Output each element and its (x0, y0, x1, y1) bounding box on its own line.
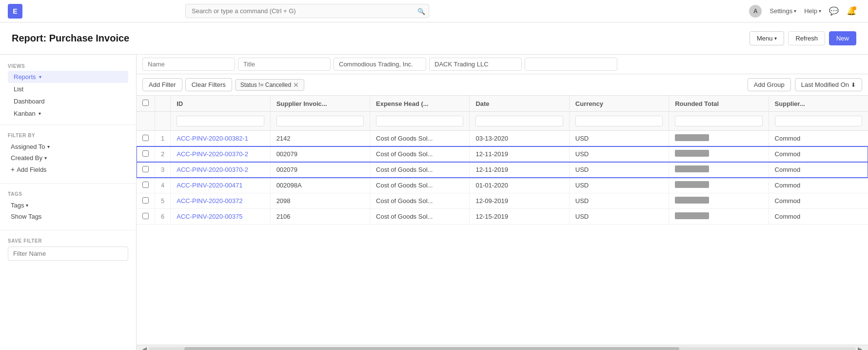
kanban-chevron-icon: ▾ (39, 111, 41, 116)
refresh-label: Refresh (795, 35, 818, 42)
sort-button[interactable]: Last Modified On ⬇ (795, 78, 862, 91)
tags-section-label: TAGS (8, 191, 128, 197)
total-filter-input[interactable] (675, 116, 762, 126)
sidebar: VIEWS Reports ▾ List Dashboard Kanban ▾ … (0, 55, 137, 350)
help-nav[interactable]: Help ▾ (804, 7, 821, 15)
chat-icon: 💬 (829, 6, 839, 16)
row-checkbox[interactable] (142, 213, 149, 219)
title-filter-input[interactable] (238, 58, 331, 71)
notification-icon-wrap[interactable]: 🔔 (847, 6, 860, 16)
tags-section: TAGS Tags ▾ Show Tags (0, 187, 136, 226)
sidebar-show-tags[interactable]: Show Tags (8, 211, 128, 222)
currency-filter-input[interactable] (575, 116, 663, 126)
header-expense-head[interactable]: Expense Head (... (370, 96, 470, 112)
table-row[interactable]: 3 ACC-PINV-2020-00370-2 002079 Cost of G… (137, 162, 868, 178)
row-supplier: Commod (769, 131, 868, 146)
assigned-to-label: Assigned To (11, 143, 45, 150)
help-chevron-icon: ▾ (819, 8, 821, 14)
name-filter-input[interactable] (142, 58, 235, 71)
row-supplier-invoice: 002079 (270, 146, 370, 162)
table-header-row: ID Supplier Invoic... Expense Head (... … (137, 96, 868, 112)
table-row[interactable]: 4 ACC-PINV-2020-00471 002098A Cost of Go… (137, 178, 868, 193)
row-id: ACC-PINV-2020-00370-2 (171, 162, 270, 178)
header-id[interactable]: ID (171, 96, 270, 112)
refresh-button[interactable]: Refresh (788, 31, 825, 45)
menu-chevron-icon: ▾ (774, 36, 777, 41)
new-button[interactable]: New (829, 31, 856, 45)
row-supplier-invoice: 2106 (270, 209, 370, 225)
row-id: ACC-PINV-2020-00471 (171, 178, 270, 193)
add-group-button[interactable]: Add Group (748, 78, 791, 91)
extra-filter-input[interactable] (525, 58, 617, 71)
sidebar-tags-item[interactable]: Tags ▾ (8, 200, 128, 211)
search-input[interactable] (185, 4, 429, 18)
filter-tag-close-icon[interactable]: ✕ (293, 82, 299, 88)
menu-button[interactable]: Menu ▾ (750, 31, 785, 45)
plus-icon: + (11, 165, 15, 173)
select-all-checkbox[interactable] (142, 100, 149, 106)
table-row[interactable]: 1 ACC-PINV-2020-00382-1 2142 Cost of Goo… (137, 131, 868, 146)
row-rounded-total (669, 146, 769, 162)
sidebar-item-dashboard[interactable]: Dashboard (8, 95, 128, 107)
sidebar-item-reports[interactable]: Reports ▾ (8, 71, 128, 83)
row-checkbox[interactable] (142, 166, 149, 172)
header-date[interactable]: Date (470, 96, 569, 112)
row-checkbox[interactable] (142, 150, 149, 157)
sidebar-item-kanban[interactable]: Kanban ▾ (8, 107, 128, 120)
row-currency: USD (569, 193, 669, 209)
content-area: Add Filter Clear Filters Status != Cance… (137, 55, 868, 350)
horizontal-scrollbar[interactable] (149, 347, 856, 350)
row-num: 4 (155, 178, 171, 193)
company1-filter-input[interactable] (334, 58, 426, 71)
settings-nav[interactable]: Settings ▾ (769, 7, 796, 15)
scroll-right-icon[interactable]: ▶ (858, 346, 862, 350)
company2-filter-input[interactable] (429, 58, 522, 71)
filter-name-input[interactable] (8, 247, 128, 261)
add-filter-button[interactable]: Add Filter (142, 78, 182, 91)
app-icon[interactable]: E (8, 4, 22, 19)
chat-icon-wrap[interactable]: 💬 (829, 6, 839, 16)
sidebar-filter-assigned-to[interactable]: Assigned To ▾ (8, 141, 128, 152)
row-expense-head: Cost of Goods Sol... (370, 131, 470, 146)
sidebar-item-list[interactable]: List (8, 83, 128, 95)
id-filter-input[interactable] (177, 116, 264, 126)
row-rounded-total (669, 178, 769, 193)
expense-head-filter-input[interactable] (376, 116, 463, 126)
table-row[interactable]: 5 ACC-PINV-2020-00372 2098 Cost of Goods… (137, 193, 868, 209)
header-supplier[interactable]: Supplier... (769, 96, 868, 112)
header-supplier-invoice[interactable]: Supplier Invoic... (270, 96, 370, 112)
row-checkbox[interactable] (142, 197, 149, 204)
supplier-filter-input[interactable] (775, 116, 862, 126)
row-num: 5 (155, 193, 171, 209)
row-checkbox-cell (137, 131, 155, 146)
rounded-total-bar (675, 181, 709, 188)
rounded-total-bar (675, 165, 709, 172)
top-navigation: E 🔍 A Settings ▾ Help ▾ 💬 🔔 (0, 0, 868, 22)
show-tags-label: Show Tags (11, 213, 41, 220)
row-num: 2 (155, 146, 171, 162)
sidebar-filter-created-by[interactable]: Created By ▾ (8, 152, 128, 164)
row-id: ACC-PINV-2020-00375 (171, 209, 270, 225)
clear-filters-button[interactable]: Clear Filters (185, 78, 232, 91)
row-currency: USD (569, 209, 669, 225)
list-label: List (14, 85, 23, 93)
row-supplier-invoice: 2098 (270, 193, 370, 209)
page-title: Report: Purchase Invoice (12, 33, 750, 44)
date-filter-input[interactable] (475, 116, 563, 126)
supplier-inv-filter-input[interactable] (276, 116, 364, 126)
row-checkbox[interactable] (142, 182, 149, 188)
table-row[interactable]: 6 ACC-PINV-2020-00375 2106 Cost of Goods… (137, 209, 868, 225)
header-rounded-total[interactable]: Rounded Total (669, 96, 769, 112)
reports-chevron-icon: ▾ (39, 74, 41, 80)
assigned-chevron-icon: ▾ (47, 144, 50, 149)
sidebar-add-fields[interactable]: + Add Fields (8, 164, 128, 175)
row-checkbox[interactable] (142, 135, 149, 141)
row-num: 3 (155, 162, 171, 178)
row-supplier: Commod (769, 146, 868, 162)
table-row[interactable]: 2 ACC-PINV-2020-00370-2 002079 Cost of G… (137, 146, 868, 162)
row-expense-head: Cost of Goods Sol... (370, 209, 470, 225)
header-currency[interactable]: Currency (569, 96, 669, 112)
row-date: 12-09-2019 (470, 193, 569, 209)
row-checkbox-cell (137, 146, 155, 162)
scroll-left-icon[interactable]: ◀ (142, 346, 147, 350)
